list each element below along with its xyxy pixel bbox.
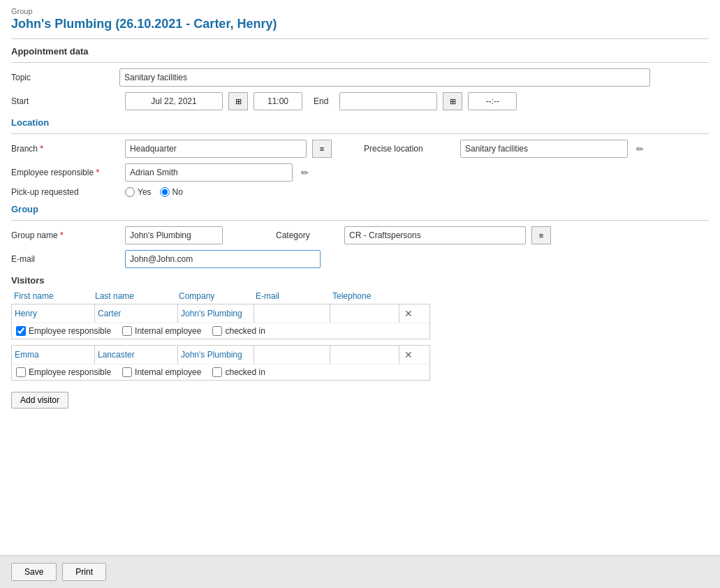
section-visitors: Visitors (11, 275, 709, 286)
visitor-2-lastname: Lancaster (95, 346, 178, 364)
section-appointment: Appointment data (11, 46, 709, 57)
visitor-1-phone (330, 304, 399, 323)
groupname-input[interactable] (125, 226, 223, 244)
section-location: Location (11, 117, 709, 128)
visitor-2-firstname: Emma (12, 346, 95, 364)
start-date-calendar-button[interactable]: ⊞ (228, 92, 248, 110)
visitors-header: First name Last name Company E-mail Tele… (11, 291, 709, 301)
precise-location-edit-button[interactable]: ✏ (633, 144, 647, 154)
employee-responsible-label-1: Employee responsible (29, 326, 111, 336)
visitor-1-company: John's Plumbing (178, 304, 254, 323)
breadcrumb: Group (11, 7, 709, 15)
branch-input[interactable] (125, 140, 307, 158)
pickup-yes-label: Yes (138, 187, 152, 197)
visitor-row-2: Emma Lancaster John's Plumbing ✕ Employe… (11, 345, 430, 381)
checked-in-label-1: checked in (225, 326, 265, 336)
branch-label: Branch (11, 144, 119, 154)
visitor-2-checkedin-checkbox[interactable] (212, 367, 222, 377)
pickup-label: Pick-up requested (11, 187, 119, 197)
internal-employee-label-1: Internal employee (135, 326, 201, 336)
employee-row: Employee responsible ✏ (11, 163, 709, 182)
visitor-1-checked-in[interactable]: checked in (212, 326, 265, 336)
section-group: Group (11, 204, 709, 214)
employee-input[interactable] (125, 163, 293, 182)
category-list-button[interactable]: ≡ (531, 226, 551, 244)
add-visitor-button[interactable]: Add visitor (11, 392, 68, 409)
email-input[interactable] (125, 250, 321, 268)
divider-appointment (11, 62, 709, 63)
pickup-radio-group: Yes No (125, 187, 183, 197)
visitor-2-email (254, 346, 330, 364)
branch-row: Branch ≡ Precise location ✏ (11, 140, 709, 158)
topic-input[interactable] (119, 68, 650, 87)
visitor-1-employee-responsible[interactable]: Employee responsible (16, 326, 111, 336)
topic-row: Topic (11, 68, 709, 87)
col-phone: Telephone (332, 291, 402, 301)
end-time-input[interactable] (468, 92, 517, 110)
col-email: E-mail (256, 291, 332, 301)
precise-location-input[interactable] (460, 140, 628, 158)
divider-top (11, 38, 709, 39)
visitor-2-checked-in[interactable]: checked in (212, 367, 265, 377)
visitor-1-lastname: Carter (95, 304, 178, 323)
internal-employee-label-2: Internal employee (135, 367, 201, 377)
category-input[interactable] (344, 226, 526, 244)
visitor-1-email (254, 304, 330, 323)
visitor-row-1: Henry Carter John's Plumbing ✕ Employee … (11, 304, 430, 339)
pickup-no-option[interactable]: No (160, 187, 183, 197)
start-end-row: Start ⊞ End ⊞ (11, 92, 709, 110)
pickup-yes-option[interactable]: Yes (125, 187, 152, 197)
employee-responsible-label-2: Employee responsible (29, 367, 111, 377)
visitor-2-employee-responsible[interactable]: Employee responsible (16, 367, 111, 377)
visitor-1-delete-button[interactable]: ✕ (399, 304, 418, 323)
visitor-2-employee-checkbox[interactable] (16, 367, 26, 377)
visitor-1-bottom: Employee responsible Internal employee c… (12, 323, 429, 339)
precise-location-label: Precise location (364, 144, 455, 154)
col-company: Company (179, 291, 256, 301)
divider-group (11, 220, 709, 221)
groupname-label: Group name (11, 230, 119, 240)
visitor-1-firstname: Henry (12, 304, 95, 323)
visitor-2-top: Emma Lancaster John's Plumbing ✕ (12, 346, 429, 365)
visitors-section: Visitors First name Last name Company E-… (11, 275, 709, 409)
visitor-2-internal-employee[interactable]: Internal employee (122, 367, 201, 377)
visitor-2-delete-button[interactable]: ✕ (399, 346, 418, 364)
col-lastname: Last name (95, 291, 179, 301)
start-date-input[interactable] (125, 92, 223, 110)
end-date-input[interactable] (339, 92, 437, 110)
visitor-1-top: Henry Carter John's Plumbing ✕ (12, 304, 429, 323)
start-time-input[interactable] (254, 92, 302, 110)
category-label: Category (276, 230, 339, 240)
checked-in-label-2: checked in (225, 367, 265, 377)
visitor-1-checkedin-checkbox[interactable] (212, 326, 222, 336)
visitor-2-company: John's Plumbing (178, 346, 254, 364)
visitor-1-employee-checkbox[interactable] (16, 326, 26, 336)
col-firstname: First name (11, 291, 95, 301)
pickup-row: Pick-up requested Yes No (11, 187, 709, 197)
visitor-2-phone (330, 346, 399, 364)
pickup-yes-radio[interactable] (125, 187, 135, 197)
end-label: End (314, 96, 328, 106)
pickup-no-radio[interactable] (160, 187, 170, 197)
topic-label: Topic (11, 73, 119, 82)
divider-location (11, 133, 709, 134)
branch-list-button[interactable]: ≡ (312, 140, 332, 158)
visitor-2-bottom: Employee responsible Internal employee c… (12, 365, 429, 380)
visitor-2-internal-checkbox[interactable] (122, 367, 132, 377)
visitor-1-internal-employee[interactable]: Internal employee (122, 326, 201, 336)
start-label: Start (11, 96, 119, 106)
employee-label: Employee responsible (11, 168, 119, 177)
groupname-row: Group name Category ≡ (11, 226, 709, 244)
email-label: E-mail (11, 254, 119, 264)
end-date-calendar-button[interactable]: ⊞ (443, 92, 462, 110)
email-row: E-mail (11, 250, 709, 268)
employee-edit-button[interactable]: ✏ (298, 168, 311, 178)
pickup-no-label: No (172, 187, 183, 197)
page-title: John's Plumbing (26.10.2021 - Carter, He… (11, 17, 709, 31)
visitor-1-internal-checkbox[interactable] (122, 326, 132, 336)
